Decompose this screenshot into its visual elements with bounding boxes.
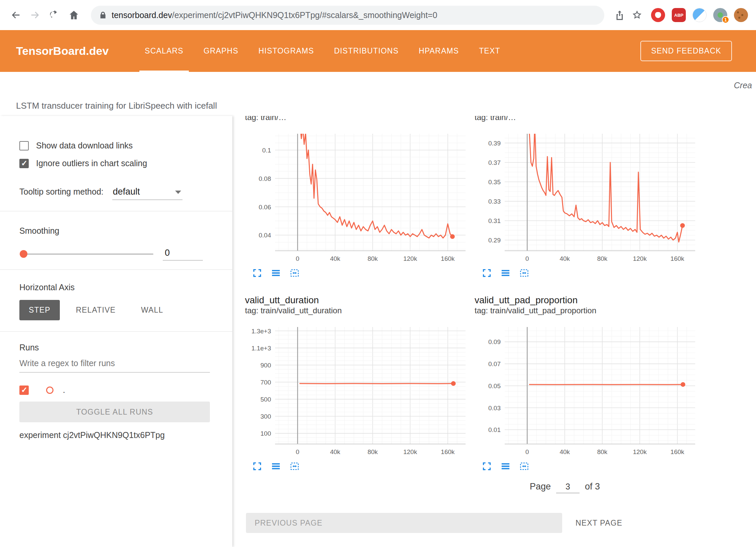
line-chart[interactable]: 040k80k120k160k0.010.030.050.070.09 (475, 327, 697, 457)
send-feedback-button[interactable]: SEND FEEDBACK (640, 41, 732, 61)
tab-histograms[interactable]: HISTOGRAMS (248, 30, 324, 72)
runs-selector-icon[interactable] (270, 267, 282, 279)
smoothing-label: Smoothing (19, 226, 212, 236)
ignore-outliers-checkbox[interactable] (19, 159, 29, 168)
show-download-links-label[interactable]: Show data download links (36, 141, 133, 150)
chart-actions (245, 460, 467, 472)
chevron-down-icon (175, 191, 181, 194)
svg-text:40k: 40k (330, 448, 340, 455)
share-icon[interactable] (612, 8, 627, 22)
svg-text:0.04: 0.04 (259, 232, 271, 239)
chart-card: tag: train/… 040k80k120k160k0.290.310.33… (475, 116, 697, 279)
line-chart[interactable]: 040k80k120k160k0.040.060.080.1 (245, 134, 467, 264)
browser-window: tensorboard.dev/experiment/cj2vtPiwQHKN9… (0, 0, 756, 547)
back-icon[interactable] (8, 7, 23, 23)
line-chart[interactable]: 040k80k120k160k1003005007009001.1e+31.3e… (245, 327, 467, 457)
line-chart[interactable]: 040k80k120k160k0.290.310.330.350.370.39 (475, 134, 697, 264)
url-text: tensorboard.dev/experiment/cj2vtPiwQHKN9… (112, 10, 437, 20)
fullscreen-icon[interactable] (481, 460, 493, 472)
nav-tabs: SCALARSGRAPHSHISTOGRAMSDISTRIBUTIONSHPAR… (135, 30, 510, 72)
extension-abp-icon[interactable]: ABP (672, 8, 686, 22)
ignore-outliers-row[interactable]: Ignore outliers in chart scaling (19, 158, 212, 168)
smoothing-slider[interactable] (21, 253, 153, 255)
svg-text:40k: 40k (330, 255, 340, 262)
run-name: . (63, 385, 65, 395)
fit-domain-icon[interactable] (288, 460, 300, 472)
svg-text:100: 100 (260, 430, 271, 437)
tab-distributions[interactable]: DISTRIBUTIONS (324, 30, 408, 72)
settings-sidebar: Show data download links Ignore outliers… (0, 116, 232, 547)
ignore-outliers-label[interactable]: Ignore outliers in chart scaling (36, 158, 147, 168)
divider (0, 331, 232, 332)
tab-hparams[interactable]: HPARAMS (409, 30, 469, 72)
fit-domain-icon[interactable] (288, 267, 300, 279)
url-bar[interactable]: tensorboard.dev/experiment/cj2vtPiwQHKN9… (91, 6, 604, 25)
home-icon[interactable] (66, 7, 82, 23)
fullscreen-icon[interactable] (251, 460, 263, 472)
extension-cookie-icon[interactable] (734, 8, 748, 22)
horizontal-axis-label: Horizontal Axis (19, 283, 212, 292)
svg-text:0: 0 (525, 255, 529, 262)
tab-scalars[interactable]: SCALARS (135, 30, 194, 72)
runs-selector-icon[interactable] (499, 460, 511, 472)
charts-row-top: tag: train/… 040k80k120k160k0.040.060.08… (232, 116, 756, 279)
svg-text:0.37: 0.37 (488, 159, 501, 166)
svg-text:160k: 160k (670, 255, 684, 262)
svg-text:0.29: 0.29 (488, 237, 501, 244)
smoothing-value-input[interactable] (163, 248, 203, 260)
runs-selector-icon[interactable] (499, 267, 511, 279)
svg-text:0.07: 0.07 (488, 360, 501, 367)
tooltip-sorting-label: Tooltip sorting method: (19, 187, 104, 197)
tooltip-sorting-select[interactable]: default (112, 187, 182, 200)
run-row[interactable]: . (19, 385, 212, 395)
svg-text:0.01: 0.01 (488, 426, 501, 433)
fullscreen-icon[interactable] (251, 267, 263, 279)
svg-text:0.39: 0.39 (488, 140, 501, 147)
runs-selector-icon[interactable] (270, 460, 282, 472)
toggle-all-runs-button[interactable]: TOGGLE ALL RUNS (19, 402, 210, 422)
svg-text:120k: 120k (633, 448, 647, 455)
avatar-badge: 1 (722, 16, 729, 23)
chart-tag: tag: train/valid_utt_pad_proportion (475, 306, 697, 315)
svg-text:0.09: 0.09 (488, 338, 501, 345)
tab-graphs[interactable]: GRAPHS (194, 30, 248, 72)
reload-icon[interactable] (47, 7, 62, 23)
bookmark-star-icon[interactable] (630, 8, 644, 22)
experiment-description: LSTM transducer training for LibriSpeech… (16, 101, 217, 111)
run-checkbox[interactable] (19, 386, 29, 395)
page-number-input[interactable] (556, 482, 580, 493)
tab-text[interactable]: TEXT (469, 30, 510, 72)
fit-domain-icon[interactable] (518, 267, 530, 279)
charts-panel: tag: train/… 040k80k120k160k0.040.060.08… (232, 116, 756, 547)
svg-text:900: 900 (260, 362, 271, 369)
extension-blue-icon[interactable] (692, 8, 707, 22)
smoothing-slider-handle[interactable] (20, 250, 27, 258)
show-download-links-checkbox[interactable] (19, 141, 29, 150)
svg-text:120k: 120k (633, 255, 647, 262)
axis-button-relative[interactable]: RELATIVE (67, 300, 125, 320)
profile-avatar[interactable]: 1 (713, 8, 727, 22)
chart-title: valid_utt_duration (245, 294, 467, 306)
svg-text:160k: 160k (670, 448, 684, 455)
show-download-links-row[interactable]: Show data download links (19, 141, 212, 150)
runs-label: Runs (19, 343, 212, 352)
lock-icon[interactable] (99, 11, 107, 19)
svg-text:80k: 80k (597, 255, 608, 262)
svg-text:700: 700 (260, 379, 271, 386)
app-logo[interactable]: TensorBoard.dev (16, 44, 109, 58)
runs-regex-input[interactable] (19, 358, 210, 372)
previous-page-button[interactable]: PREVIOUS PAGE (246, 513, 562, 533)
svg-text:160k: 160k (441, 448, 455, 455)
next-page-button[interactable]: NEXT PAGE (576, 519, 622, 528)
fit-domain-icon[interactable] (518, 460, 530, 472)
extension-blocker-icon[interactable] (651, 8, 665, 22)
fullscreen-icon[interactable] (481, 267, 493, 279)
chart-actions (245, 267, 467, 279)
svg-text:120k: 120k (403, 255, 417, 262)
svg-text:1.1e+3: 1.1e+3 (251, 345, 271, 352)
forward-icon[interactable] (27, 7, 43, 23)
axis-button-step[interactable]: STEP (19, 300, 60, 320)
page-label: Page (530, 481, 551, 492)
chart-tag: tag: train/… (475, 116, 697, 122)
axis-button-wall[interactable]: WALL (132, 300, 173, 320)
